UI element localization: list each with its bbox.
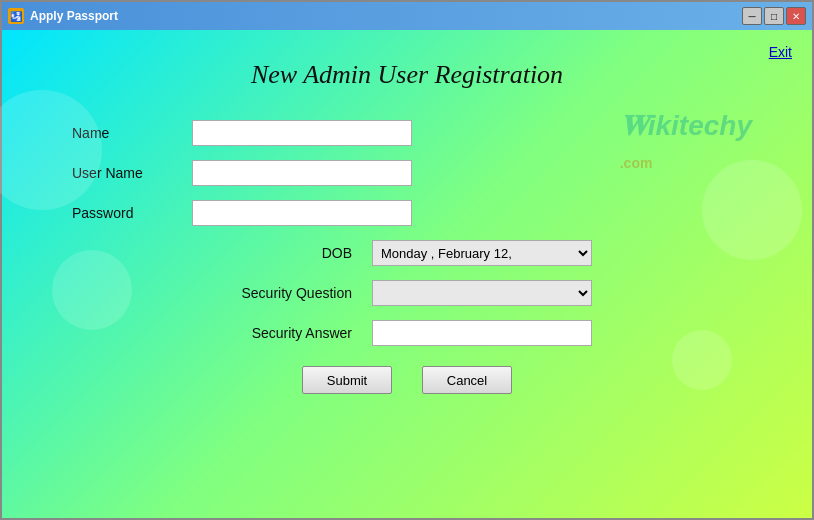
title-bar: 🛂 Apply Passport ─ □ ✕ [2, 2, 812, 30]
title-bar-left: 🛂 Apply Passport [8, 8, 118, 24]
bottom-form-rows: DOB Monday , February 12, Security Quest… [222, 240, 772, 346]
top-form-rows: Name User Name Password [72, 120, 772, 240]
page-title: New Admin User Registration [42, 60, 772, 90]
submit-button[interactable]: Submit [302, 366, 392, 394]
app-window: 🛂 Apply Passport ─ □ ✕ Exit 𝐖ikitechy.co… [0, 0, 814, 520]
dob-label: DOB [222, 245, 352, 261]
username-input[interactable] [192, 160, 412, 186]
name-row: Name [72, 120, 772, 146]
password-label: Password [72, 205, 192, 221]
deco-circle-3 [702, 160, 802, 260]
name-input[interactable] [192, 120, 412, 146]
username-row: User Name [72, 160, 772, 186]
close-button[interactable]: ✕ [786, 7, 806, 25]
minimize-button[interactable]: ─ [742, 7, 762, 25]
security-question-label: Security Question [222, 285, 352, 301]
deco-circle-2 [52, 250, 132, 330]
window-title: Apply Passport [30, 9, 118, 23]
security-answer-input[interactable] [372, 320, 592, 346]
maximize-button[interactable]: □ [764, 7, 784, 25]
content-area: Exit 𝐖ikitechy.com New Admin User Regist… [2, 30, 812, 518]
password-row: Password [72, 200, 772, 226]
button-row: Submit Cancel [42, 366, 772, 394]
security-answer-label: Security Answer [222, 325, 352, 341]
password-input[interactable] [192, 200, 412, 226]
dob-select[interactable]: Monday , February 12, [372, 240, 592, 266]
app-icon: 🛂 [8, 8, 24, 24]
registration-form: Name User Name Password DOB Monday , [42, 120, 772, 394]
security-question-row: Security Question [222, 280, 772, 306]
dob-row: DOB Monday , February 12, [222, 240, 772, 266]
title-bar-buttons: ─ □ ✕ [742, 7, 806, 25]
deco-circle-4 [672, 330, 732, 390]
cancel-button[interactable]: Cancel [422, 366, 512, 394]
security-question-select[interactable] [372, 280, 592, 306]
exit-link[interactable]: Exit [769, 44, 792, 60]
